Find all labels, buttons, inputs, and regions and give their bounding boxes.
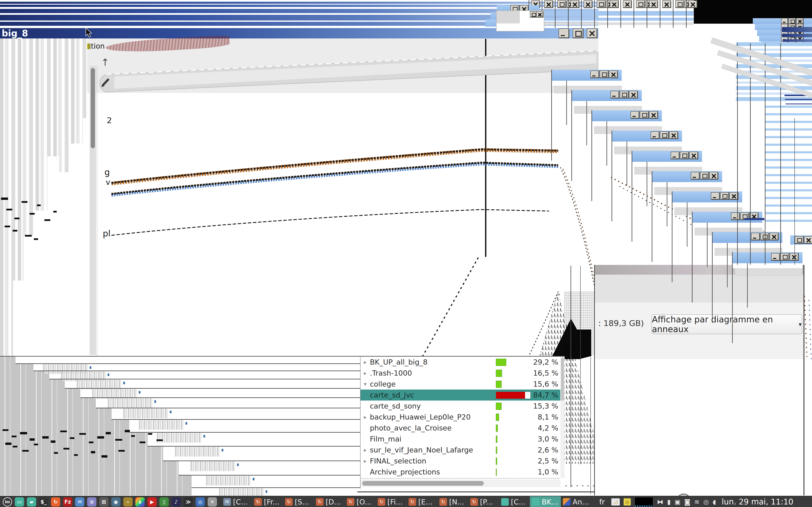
taskbar-window-button[interactable]: An...	[561, 496, 592, 507]
window-border-trail	[570, 266, 571, 487]
partial-label-2: 2	[107, 116, 112, 125]
terminal-window[interactable]: ▭	[15, 497, 24, 507]
bluetooth-icon[interactable]: ⧓	[657, 498, 663, 506]
video-editor[interactable]: ≫	[184, 497, 193, 507]
window-controls[interactable]	[558, 29, 597, 39]
wifi-icon[interactable]: ≋	[694, 498, 700, 506]
window-title: big_8	[0, 28, 28, 39]
vertical-scrollbar-thumb[interactable]	[561, 357, 564, 401]
calculator[interactable]: ⊞	[99, 497, 108, 507]
sticky-notes-icon[interactable]: ▤	[623, 498, 631, 506]
horizontal-scrollbar[interactable]	[361, 480, 560, 487]
window-border-trail	[580, 266, 581, 464]
clipboard-icon[interactable]: ▣	[674, 498, 680, 506]
system-tray: fr ◿ ▤ ⧓ ▮ ▣ ◙ ≋ ◎ ◖ lun. 29	[599, 497, 794, 507]
taskbar-window-button[interactable]: ↻ [Fi...	[375, 496, 406, 507]
vertical-scrollbar[interactable]	[560, 356, 565, 478]
clock[interactable]: lun. 29 mai, 11:10	[722, 497, 794, 506]
folder-row[interactable]: carte_sd_jvc 84,7 %	[361, 390, 565, 400]
usage-percent: 84,7 %	[533, 391, 558, 399]
folder-name: Archive_projections	[370, 468, 440, 476]
expander-icon[interactable]: ▸	[361, 414, 370, 420]
volume-icon[interactable]: ◖	[713, 498, 716, 506]
clip-dashed-line	[361, 478, 560, 479]
email-client[interactable]: ✉	[75, 497, 84, 507]
terminal[interactable]: $_	[39, 497, 48, 507]
window-border-trail	[591, 357, 591, 494]
keyboard-layout-indicator[interactable]: fr	[599, 498, 605, 506]
usage-bar	[496, 381, 502, 387]
filezilla[interactable]: Fz	[63, 497, 72, 507]
view-mode-dropdown[interactable]: Affichage par diagramme en anneaux ▾	[652, 314, 802, 334]
media-grid[interactable]: ✕	[208, 497, 217, 507]
scrollbar-thumb-trail[interactable]	[91, 68, 95, 148]
expander-icon[interactable]: ▾	[361, 381, 370, 387]
titlebar-trail	[0, 22, 598, 26]
horizontal-scrollbar-thumb[interactable]	[362, 481, 484, 486]
folder-row[interactable]: carte_sd_sony 15,3 %	[361, 400, 565, 411]
taskbar-window-button[interactable]: ↻ [S...	[283, 496, 314, 507]
screen-ruler-icon[interactable]: ◿	[611, 498, 620, 506]
taskbar-window-button[interactable]: ↻ [O...	[345, 496, 375, 507]
usb-tool[interactable]: ⌁	[123, 497, 133, 507]
pane-separator	[97, 66, 97, 357]
audacity-audio[interactable]: ♪	[171, 497, 181, 507]
taskbar-window-button[interactable]: ↻ [N...	[437, 496, 468, 507]
taskbar-window-button[interactable]: ↻ [D...	[314, 496, 345, 507]
folder-row[interactable]: ▸ FINAL_selection 2,5 %	[361, 455, 565, 466]
folder-row[interactable]: ▸ BK_UP_all_big_8 29,2 %	[361, 356, 565, 368]
folder-name: photo_avec_la_Croisee	[370, 424, 452, 432]
taskbar-window-button[interactable]: ↻ [E...	[406, 496, 437, 507]
network-icon[interactable]: ◎	[703, 498, 709, 506]
expander-icon[interactable]: ▸	[361, 370, 370, 376]
striped-icon-remnant	[87, 44, 90, 49]
menu-linuxmint[interactable]: lm	[3, 497, 12, 507]
battery-icon[interactable]: ▮	[667, 498, 671, 506]
taskbar-window-button[interactable]: BK...	[530, 496, 561, 507]
taskbar-window-button[interactable]: ↻ [P...	[468, 496, 499, 507]
expander-icon[interactable]: ▸	[361, 359, 370, 365]
shield-update-icon[interactable]: ◙	[684, 498, 691, 506]
total-size-label: : 189,3 GB)	[598, 319, 644, 328]
taskbar-window-button[interactable]: ✉ [C...	[221, 496, 252, 507]
writer-document[interactable]: ≡	[87, 497, 96, 507]
window-button-icon: ✉	[223, 498, 231, 506]
folder-row[interactable]: ▸ backup_Huawei_Lep0le_P20 8,1 %	[361, 411, 565, 422]
system-monitor-graph[interactable]	[635, 497, 653, 507]
minimize-button[interactable]	[559, 29, 569, 38]
scanner-device[interactable]: ▯	[159, 497, 169, 507]
launcher-area: lm ▭ ▰ $_ ↻ Fz ✉	[0, 497, 217, 507]
usage-percent: 15,6 %	[533, 380, 558, 388]
analyzer-titlebar[interactable]	[595, 265, 804, 275]
minimize-button[interactable]	[771, 266, 780, 274]
chevron-down-icon: ▾	[799, 321, 802, 328]
usage-percent: 15,3 %	[533, 402, 558, 410]
folder-row[interactable]: Film_mai 3,0 %	[361, 434, 565, 445]
white-content-area	[87, 93, 598, 357]
glitch-border-line	[357, 491, 605, 493]
media-player[interactable]: ▶	[147, 497, 157, 507]
close-button[interactable]	[792, 266, 801, 274]
folder-name: sur_le_vif_Jean_Noel_Lafarge	[370, 446, 473, 454]
expander-icon[interactable]: ▸	[361, 447, 370, 453]
folder-row[interactable]: ▾ college 15,6 %	[361, 379, 565, 390]
folder-row[interactable]: Archive_projections 1,0 %	[361, 466, 565, 477]
folder-row[interactable]: photo_avec_la_Croisee 4,2 %	[361, 422, 565, 434]
usage-bar	[496, 392, 530, 399]
maximize-button[interactable]	[573, 29, 583, 38]
folder-row[interactable]: ▸ .Trash-1000 16,5 %	[361, 368, 565, 379]
taskbar-window-button[interactable]: ↻ [Fr...	[252, 496, 283, 507]
folder-name: BK_UP_all_big_8	[370, 358, 427, 366]
up-arrow-icon[interactable]: ↑	[101, 57, 109, 68]
expander-icon[interactable]: ▸	[361, 458, 370, 464]
file-manager[interactable]: ▰	[27, 497, 36, 507]
usage-percent: 3,0 %	[538, 435, 558, 443]
image-rainbow[interactable]: ∧	[135, 497, 145, 507]
screenshot-camera[interactable]: ◉	[111, 497, 120, 507]
close-button[interactable]	[587, 29, 597, 38]
maximize-button[interactable]	[781, 266, 791, 274]
browser-firefox[interactable]: ↻	[51, 497, 60, 507]
folder-row[interactable]: ▸ sur_le_vif_Jean_Noel_Lafarge 2,6 %	[361, 445, 565, 455]
taskbar-window-button[interactable]: [C...	[499, 496, 530, 507]
deluge-drop[interactable]: ◎	[196, 497, 205, 507]
